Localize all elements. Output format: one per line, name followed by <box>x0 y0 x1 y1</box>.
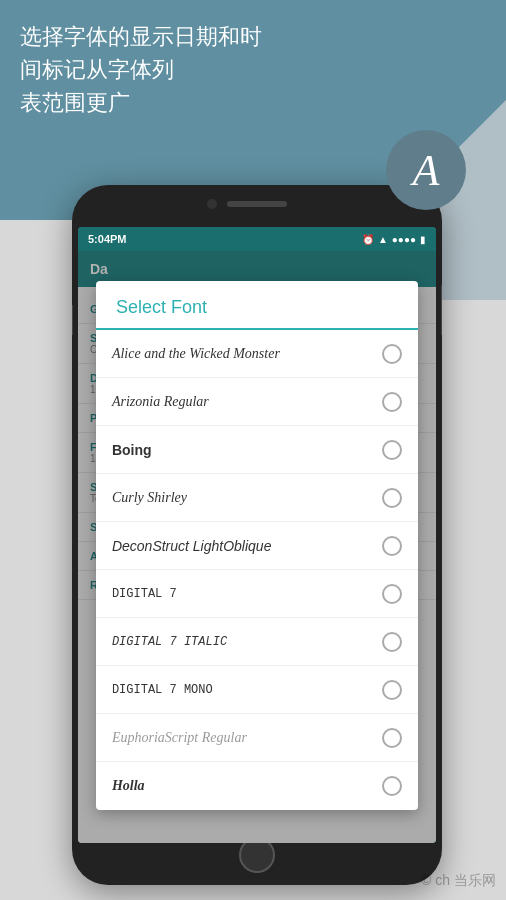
radio-digital7[interactable] <box>382 584 402 604</box>
font-name-arizonia: Arizonia Regular <box>112 394 209 410</box>
font-name-digital7: DIGITAL 7 <box>112 587 177 601</box>
battery-icon: ▮ <box>420 234 426 245</box>
watermark: © ch 当乐网 <box>421 872 496 890</box>
font-item-boing[interactable]: Boing <box>96 426 418 474</box>
font-item-curly[interactable]: Curly Shirley <box>96 474 418 522</box>
phone-volume-button <box>72 305 73 335</box>
status-icons: ⏰ ▲ ●●●● ▮ <box>362 234 426 245</box>
wifi-icon: ▲ <box>378 234 388 245</box>
font-item-arizonia[interactable]: Arizonia Regular <box>96 378 418 426</box>
radio-alice[interactable] <box>382 344 402 364</box>
big-a-letter: A <box>413 145 440 196</box>
font-item-euphoria[interactable]: EuphoriaScript Regular <box>96 714 418 762</box>
font-item-digital7-italic[interactable]: DIGITAL 7 ITALIC <box>96 618 418 666</box>
chinese-description: 选择字体的显示日期和时 间标记从字体列 表范围更广 <box>20 20 262 119</box>
phone-frame: 5:04PM ⏰ ▲ ●●●● ▮ Da Ge S Or <box>72 185 442 885</box>
font-name-digital7-italic: DIGITAL 7 ITALIC <box>112 635 227 649</box>
font-name-euphoria: EuphoriaScript Regular <box>112 730 247 746</box>
font-name-holla: Holla <box>112 778 145 794</box>
signal-icon: ●●●● <box>392 234 416 245</box>
radio-boing[interactable] <box>382 440 402 460</box>
radio-deconstruct[interactable] <box>382 536 402 556</box>
font-item-alice[interactable]: Alice and the Wicked Monster <box>96 330 418 378</box>
radio-digital7-mono[interactable] <box>382 680 402 700</box>
phone-screen: 5:04PM ⏰ ▲ ●●●● ▮ Da Ge S Or <box>78 227 436 843</box>
font-name-boing: Boing <box>112 442 152 458</box>
dialog-title: Select Font <box>96 281 418 330</box>
font-item-deconstruct[interactable]: DeconStruct LightOblique <box>96 522 418 570</box>
font-name-curly: Curly Shirley <box>112 490 187 506</box>
font-name-alice: Alice and the Wicked Monster <box>112 346 280 362</box>
radio-curly[interactable] <box>382 488 402 508</box>
font-list[interactable]: Alice and the Wicked Monster Arizonia Re… <box>96 330 418 810</box>
phone-camera <box>207 199 217 209</box>
font-name-digital7-mono: DIGITAL 7 MONO <box>112 683 213 697</box>
status-time: 5:04PM <box>88 233 127 245</box>
phone-speaker <box>227 201 287 207</box>
font-item-holla[interactable]: Holla <box>96 762 418 810</box>
alarm-icon: ⏰ <box>362 234 374 245</box>
font-item-digital7-mono[interactable]: DIGITAL 7 MONO <box>96 666 418 714</box>
radio-euphoria[interactable] <box>382 728 402 748</box>
font-name-deconstruct: DeconStruct LightOblique <box>112 538 272 554</box>
app-content: Da Ge S Or D 10 Pr F <box>78 251 436 843</box>
status-bar: 5:04PM ⏰ ▲ ●●●● ▮ <box>78 227 436 251</box>
dialog-overlay: Select Font Alice and the Wicked Monster… <box>78 251 436 843</box>
font-item-digital7[interactable]: DIGITAL 7 <box>96 570 418 618</box>
radio-digital7-italic[interactable] <box>382 632 402 652</box>
big-a-circle: A <box>386 130 466 210</box>
radio-holla[interactable] <box>382 776 402 796</box>
radio-arizonia[interactable] <box>382 392 402 412</box>
phone-power-button <box>441 285 442 335</box>
select-font-dialog: Select Font Alice and the Wicked Monster… <box>96 281 418 810</box>
